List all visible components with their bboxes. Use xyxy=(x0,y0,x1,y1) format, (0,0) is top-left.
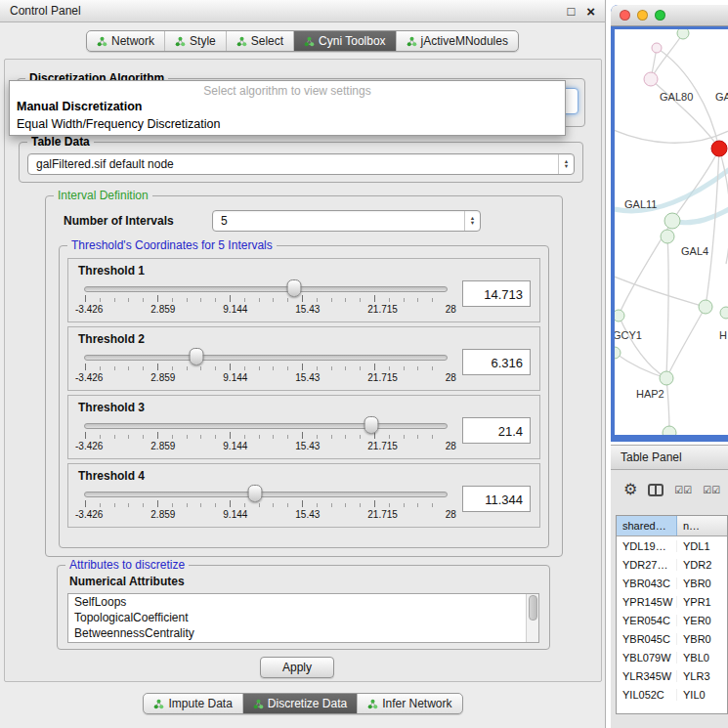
column-header-name[interactable]: n… xyxy=(677,516,727,535)
table-toolbar: ⚙ ☑☑ ☑☑ xyxy=(611,470,728,509)
threshold-panel: Threshold 1 -3.4262.8599.14415.4321.7152… xyxy=(67,258,540,322)
attributes-scrollbar[interactable] xyxy=(526,594,538,642)
thresholds-group-label: Threshold's Coordinates for 5 Intervals xyxy=(67,238,277,252)
table-row[interactable]: YBL079W YBL0 xyxy=(617,648,727,666)
slider-thumb[interactable] xyxy=(247,485,262,502)
table-cell-shared-name: YBR045C xyxy=(617,633,677,645)
node-label: GAL11 xyxy=(624,198,657,210)
top-tab-bar: Network Style Select Cyni Toolbox jActiv… xyxy=(0,30,605,52)
network-node[interactable] xyxy=(615,310,624,321)
network-node[interactable] xyxy=(644,72,658,86)
threshold-value-input[interactable]: 14.713 xyxy=(462,280,531,307)
threshold-value-input[interactable]: 11.344 xyxy=(462,486,531,512)
network-node[interactable] xyxy=(677,29,689,39)
table-row[interactable]: YBR045C YBR0 xyxy=(617,629,727,648)
slider-track[interactable] xyxy=(84,423,448,429)
slider-track[interactable] xyxy=(84,355,448,361)
table-row[interactable]: YDL19… YDL1 xyxy=(617,536,727,555)
threshold-label: Threshold 1 xyxy=(78,264,145,278)
apply-button[interactable]: Apply xyxy=(260,657,334,678)
table-cell-name: YIL0 xyxy=(677,689,727,701)
network-node[interactable] xyxy=(652,43,662,53)
slider-thumb[interactable] xyxy=(364,416,378,434)
threshold-value-input[interactable]: 21.4 xyxy=(462,417,531,444)
slider-track[interactable] xyxy=(84,492,448,497)
network-icon xyxy=(304,36,315,47)
scale-label: 2.859 xyxy=(150,372,175,383)
table-data-combo[interactable]: galFiltered.sif default node ▲ ▼ xyxy=(27,153,575,175)
number-of-intervals-label: Number of Intervals xyxy=(64,214,174,228)
slider-thumb[interactable] xyxy=(286,279,301,297)
network-icon xyxy=(97,36,107,47)
close-window-light[interactable] xyxy=(620,10,630,21)
threshold-value-input[interactable]: 6.316 xyxy=(462,349,531,375)
network-node[interactable] xyxy=(660,371,673,385)
threshold-panel: Threshold 4 -3.4262.8599.14415.4321.7152… xyxy=(67,463,540,528)
network-edge xyxy=(666,307,706,378)
network-canvas-area[interactable]: GAL80GAGAL11GAL4GCY1HHAP2 xyxy=(615,29,728,435)
tab[interactable]: Cyni Toolbox xyxy=(293,31,395,51)
table-row[interactable]: YPR145W YPR1 xyxy=(617,592,727,611)
threshold-panel: Threshold 3 -3.4262.8599.14415.4321.7152… xyxy=(67,395,540,459)
tab[interactable]: Discretize Data xyxy=(242,694,357,713)
threshold-label: Threshold 4 xyxy=(78,469,145,483)
tab[interactable]: Style xyxy=(164,31,226,51)
network-node[interactable] xyxy=(664,213,680,229)
zoom-window-light[interactable] xyxy=(655,10,665,21)
table-row[interactable]: YBR043C YBR0 xyxy=(617,574,727,592)
scale-label: -3.426 xyxy=(75,509,103,520)
network-canvas[interactable]: GAL80GAGAL11GAL4GCY1HHAP2 xyxy=(615,29,728,435)
scale-label: -3.426 xyxy=(75,304,103,315)
table-row[interactable]: YLR345W YLR3 xyxy=(617,666,727,685)
float-window-icon[interactable]: □ xyxy=(567,5,575,18)
network-icon xyxy=(153,699,164,709)
columns-icon[interactable] xyxy=(648,484,664,496)
list-item[interactable]: TopologicalCoefficient xyxy=(68,610,538,625)
slider-thumb[interactable] xyxy=(190,348,204,365)
table-row[interactable]: YIL052C YIL0 xyxy=(617,685,727,704)
minimize-window-light[interactable] xyxy=(637,10,648,21)
scale-label: 21.715 xyxy=(367,372,398,383)
scale-label: 28 xyxy=(446,509,456,520)
network-node[interactable] xyxy=(663,426,676,435)
slider-scale: -3.4262.8599.14415.4321.71528 xyxy=(75,441,456,451)
table-panel-header[interactable]: Table Panel xyxy=(611,445,728,470)
network-edge xyxy=(666,378,669,433)
column-header-shared-name[interactable]: shared… xyxy=(617,516,677,535)
close-window-icon[interactable]: × xyxy=(586,5,595,18)
combo-stepper-icon[interactable]: ▲ ▼ xyxy=(558,154,574,174)
thresholds-group: Threshold's Coordinates for 5 Intervals … xyxy=(59,245,549,548)
node-attribute-table: shared… n… YDL19… YDL1 YDR27… YDR2 YBR04… xyxy=(616,515,728,714)
tab[interactable]: Infer Network xyxy=(357,694,461,713)
combo-stepper-icon[interactable]: ▲ ▼ xyxy=(464,211,480,231)
network-node[interactable] xyxy=(661,230,674,243)
table-data-group: Table Data galFiltered.sif default node … xyxy=(19,142,583,183)
dropdown-item[interactable]: Equal Width/Frequency Discretization xyxy=(10,115,565,133)
table-row[interactable]: YER054C YER0 xyxy=(617,611,727,629)
scale-label: 15.43 xyxy=(295,441,320,451)
list-item[interactable]: BetweennessCentrality xyxy=(68,625,538,641)
select-columns-icon[interactable]: ☑☑ xyxy=(703,485,720,495)
network-node[interactable] xyxy=(699,300,712,314)
slider-track[interactable] xyxy=(84,286,448,292)
list-item[interactable]: SelfLoops xyxy=(68,594,538,610)
table-row[interactable]: YDR27… YDR2 xyxy=(617,555,727,574)
scrollbar-thumb[interactable] xyxy=(529,595,537,621)
network-node[interactable] xyxy=(720,307,728,319)
scale-label: 2.859 xyxy=(150,304,175,315)
gear-icon[interactable]: ⚙ xyxy=(623,482,637,497)
table-cell-name: YBR0 xyxy=(677,578,727,589)
network-node[interactable] xyxy=(711,141,727,156)
control-panel-titlebar: Control Panel □ × xyxy=(0,0,605,22)
tab[interactable]: Select xyxy=(226,31,293,51)
tab[interactable]: Impute Data xyxy=(144,694,241,713)
tab-label: Infer Network xyxy=(382,697,451,710)
tab[interactable]: Network xyxy=(87,31,164,51)
table-header-row: shared… n… xyxy=(617,516,727,536)
control-panel-window: Control Panel □ × Network Style Select C… xyxy=(0,0,606,728)
number-of-intervals-combo[interactable]: 5 ▲ ▼ xyxy=(212,210,481,232)
threshold-panel: Threshold 2 -3.4262.8599.14415.4321.7152… xyxy=(67,326,540,391)
tab[interactable]: jActiveMNodules xyxy=(396,31,518,51)
dropdown-item[interactable]: Manual Discretization xyxy=(10,98,565,115)
select-all-icon[interactable]: ☑☑ xyxy=(674,485,692,495)
